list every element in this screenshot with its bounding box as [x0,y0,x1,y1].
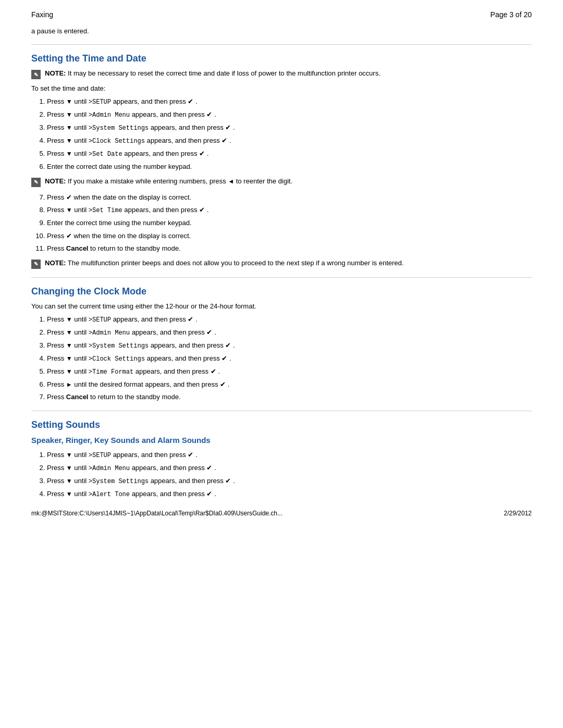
monospace-setup3: >SETUP [89,452,111,459]
monospace-settime: >Set Time [89,207,123,214]
down-arrow-icon: ▼ [66,205,72,215]
down-arrow-icon: ▼ [66,463,72,473]
check-icon: ✔ [199,149,205,159]
down-arrow-icon: ▼ [66,489,72,499]
note2-icon: ✎ [31,178,41,187]
check-icon: ✔ [222,353,227,364]
page-footer: mk:@MSITStore:C:\Users\14JMIS~1\AppData\… [31,510,532,517]
document-title: Faxing [31,10,53,19]
check-icon: ✔ [206,109,212,120]
section2-intro: You can set the current time using eithe… [31,302,532,310]
down-arrow-icon: ▼ [66,341,72,350]
divider-section2 [31,411,532,411]
monospace-timeformat: >Time Format [89,368,133,376]
check-icon: ✔ [220,379,226,390]
monospace-adminmenu2: >Admin Menu [89,329,130,337]
list-item: Press ▼ until >Set Time appears, and the… [47,205,532,215]
monospace-setup2: >SETUP [89,316,111,324]
check-icon: ✔ [206,463,212,473]
divider-section1 [31,277,532,278]
list-item: Press ► until the desired format appears… [47,379,532,390]
divider-top [31,44,532,45]
check-icon: ✔ [222,135,227,146]
monospace-setdate: >Set Date [89,151,123,158]
down-arrow-icon: ▼ [66,123,72,132]
note1-box: ✎ NOTE: It may be necessary to reset the… [31,69,532,79]
monospace-syssettings2: >System Settings [89,342,149,350]
list-item: Press ▼ until >Clock Settings appears, a… [47,353,532,364]
list-item: Press ▼ until >Time Format appears, and … [47,366,532,377]
section3-title: Setting Sounds [31,419,532,430]
monospace-syssettings3: >System Settings [89,478,149,485]
check-icon: ✔ [225,476,231,486]
note3-box: ✎ NOTE: The multifunction printer beeps … [31,259,532,269]
footer-path: mk:@MSITStore:C:\Users\14JMIS~1\AppData\… [31,510,283,517]
list-item: Press ▼ until >System Settings appears, … [47,340,532,351]
list-item: Enter the correct time using the number … [47,218,532,228]
left-arrow-icon: ◄ [228,178,234,185]
check-icon: ✔ [199,205,205,215]
section1-title: Setting the Time and Date [31,53,532,64]
note3-text: NOTE: The multifunction printer beeps an… [45,259,403,267]
list-item: Press ▼ until >Admin Menu appears, and t… [47,109,532,120]
section2-steps-list: Press ▼ until >SETUP appears, and then p… [47,314,532,402]
section3-steps-list: Press ▼ until >SETUP appears, and then p… [47,450,532,499]
check-icon: ✔ [225,122,231,133]
section1-steps2-list: Press ✔ when the date on the display is … [47,192,532,254]
check-icon: ✔ [66,192,72,203]
note2-text: NOTE: If you make a mistake while enteri… [45,177,292,185]
check-icon: ✔ [206,327,212,338]
check-icon: ✔ [188,450,193,460]
list-item: Press ▼ until >SETUP appears, and then p… [47,314,532,325]
list-item: Press ▼ until >System Settings appears, … [47,122,532,133]
list-item: Press ✔ when the time on the display is … [47,231,532,241]
list-item: Press ▼ until >Admin Menu appears, and t… [47,327,532,338]
list-item: Press ▼ until >SETUP appears, and then p… [47,96,532,107]
note1-icon: ✎ [31,70,41,79]
list-item: Press ▼ until >System Settings appears, … [47,476,532,486]
check-icon: ✔ [188,314,193,325]
list-item: Press ▼ until >Clock Settings appears, a… [47,135,532,146]
list-item: Press ✔ when the date on the display is … [47,192,532,203]
down-arrow-icon: ▼ [66,136,72,145]
page-header: Faxing Page 3 of 20 [31,10,532,23]
footer-date: 2/29/2012 [504,510,532,517]
section2-title: Changing the Clock Mode [31,286,532,297]
down-arrow-icon: ▼ [66,149,72,158]
down-arrow-icon: ▼ [66,110,72,119]
list-item: Press Cancel to return to the standby mo… [47,243,532,254]
monospace-clocksettings: >Clock Settings [89,138,145,145]
down-arrow-icon: ▼ [66,367,72,376]
down-arrow-icon: ▼ [66,354,72,363]
note1-text: NOTE: It may be necessary to reset the c… [45,69,381,77]
list-item: Press ▼ until >SETUP appears, and then p… [47,450,532,460]
monospace-adminmenu3: >Admin Menu [89,465,130,472]
down-arrow-icon: ▼ [66,315,72,324]
list-item: Press Cancel to return to the standby mo… [47,392,532,402]
intro-text: a pause is entered. [31,27,532,35]
check-icon: ✔ [66,231,72,241]
monospace-adminmenu: >Admin Menu [89,112,130,119]
section1-intro: To set the time and date: [31,84,532,92]
list-item: Press ▼ until >Admin Menu appears, and t… [47,463,532,473]
note3-icon: ✎ [31,260,41,269]
monospace-setup: >SETUP [89,98,111,106]
monospace-alerttone: >Alert Tone [89,491,130,498]
down-arrow-icon: ▼ [66,328,72,337]
note2-box: ✎ NOTE: If you make a mistake while ente… [31,177,532,187]
right-arrow-icon: ► [66,380,72,389]
monospace-syssettings: >System Settings [89,125,149,132]
check-icon: ✔ [206,489,212,499]
list-item: Enter the correct date using the number … [47,162,532,172]
check-icon: ✔ [211,366,216,377]
down-arrow-icon: ▼ [66,97,72,106]
down-arrow-icon: ▼ [66,450,72,460]
down-arrow-icon: ▼ [66,476,72,486]
section1-steps-list: Press ▼ until >SETUP appears, and then p… [47,96,532,172]
page-number: Page 3 of 20 [491,10,532,19]
subsection3-title: Speaker, Ringer, Key Sounds and Alarm So… [31,436,532,445]
check-icon: ✔ [188,96,193,107]
list-item: Press ▼ until >Alert Tone appears, and t… [47,489,532,499]
list-item: Press ▼ until >Set Date appears, and the… [47,149,532,159]
monospace-clocksettings2: >Clock Settings [89,355,145,363]
